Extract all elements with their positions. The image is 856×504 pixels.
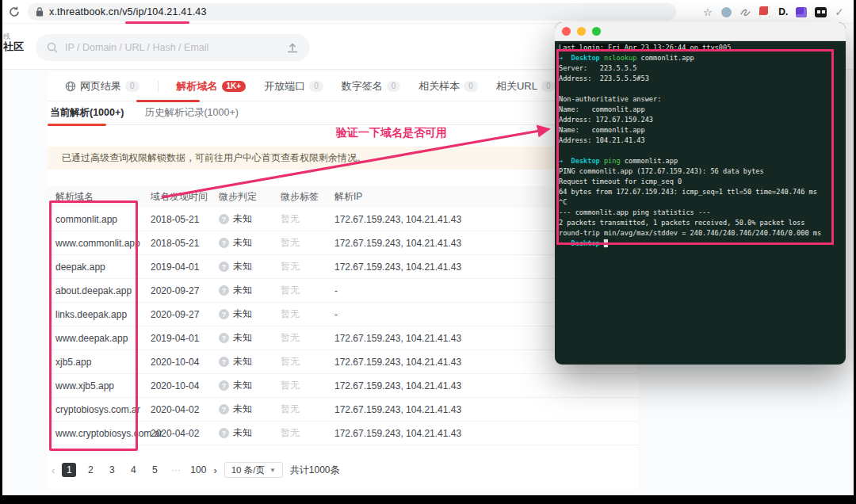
minimize-button[interactable]: [577, 27, 586, 36]
result-tabs: 网页结果 0 解析域名 1K+ 开放端口 0 数字签名 0 相关样本: [48, 71, 638, 101]
verdict-label: 未知: [233, 331, 252, 345]
question-circle-icon: ?: [219, 333, 229, 343]
verdict-cell: ?未知: [219, 212, 281, 226]
annotation-text: 验证一下域名是否可用: [336, 126, 447, 140]
page-buttons: 12345···100: [62, 463, 206, 477]
verdict-cell: ?未知: [219, 307, 281, 321]
subtab-history-resolution[interactable]: 历史解析记录(1000+): [144, 106, 238, 120]
chevron-down-icon: ▼: [269, 467, 276, 474]
page-button[interactable]: 1: [62, 463, 76, 477]
site-logo: 线 社区: [3, 33, 24, 52]
terminal-titlebar[interactable]: [555, 22, 846, 41]
close-button[interactable]: [562, 27, 571, 36]
tab-label: 网页结果: [80, 79, 121, 94]
verdict-label: 未知: [233, 284, 252, 297]
tab-resolved-domains[interactable]: 解析域名 1K+: [177, 79, 246, 94]
upload-icon[interactable]: [286, 42, 299, 54]
tab-divider: [158, 81, 159, 92]
page-button[interactable]: 100: [190, 463, 206, 477]
verdict-label: 未知: [233, 426, 252, 440]
maximize-button[interactable]: [592, 27, 601, 36]
table-header-cell: 微步判定: [219, 190, 281, 204]
tab-badge: 0: [464, 81, 478, 92]
tab-badge: 0: [541, 81, 556, 92]
question-circle-icon: ?: [219, 357, 229, 367]
annotation-domain-column-box: [49, 200, 138, 451]
verdict-label: 未知: [233, 212, 252, 226]
question-circle-icon: ?: [219, 380, 229, 391]
tag-cell: 暂无: [281, 236, 334, 250]
tab-badge: 0: [387, 81, 401, 92]
total-count: 共计1000条: [290, 464, 340, 477]
tab-label: 相关URL: [496, 79, 537, 94]
tag-cell: 暂无: [281, 403, 334, 416]
question-circle-icon: ?: [219, 262, 229, 272]
tag-cell: 暂无: [281, 307, 334, 321]
tab-related-samples[interactable]: 相关样本 0: [418, 79, 478, 94]
verdict-label: 未知: [233, 307, 252, 321]
table-header-cell: 域名发现时间: [151, 190, 219, 204]
url-text[interactable]: x.threatbook.cn/v5/ip/104.21.41.43: [49, 6, 207, 17]
extension-circle-icon[interactable]: [721, 7, 732, 17]
verdict-label: 未知: [233, 236, 252, 250]
search-input[interactable]: IP / Domain / URL / Hash / Email: [36, 34, 310, 61]
tag-cell: 暂无: [281, 212, 334, 226]
question-circle-icon: ?: [219, 428, 229, 438]
tab-label: 开放端口: [264, 79, 305, 94]
verdict-cell: ?未知: [219, 403, 281, 416]
resolved-ip-cell: 172.67.159.243, 104.21.41.43: [334, 380, 638, 391]
tab-related-url[interactable]: 相关URL 0: [496, 79, 556, 94]
browser-toolbar: x.threatbook.cn/v5/ip/104.21.41.43 ☆ D. …: [2, 0, 854, 24]
discovery-date-cell: 2020-04-02: [151, 428, 219, 439]
extension-purple-icon[interactable]: [796, 7, 807, 17]
tab-badge: 0: [309, 81, 323, 92]
page-button[interactable]: 2: [83, 463, 97, 477]
bookmark-star-icon[interactable]: ☆: [701, 6, 713, 18]
verdict-cell: ?未知: [219, 331, 281, 345]
tab-badge: 0: [125, 81, 139, 92]
address-bar[interactable]: x.threatbook.cn/v5/ip/104.21.41.43: [28, 3, 676, 21]
verdict-label: 未知: [233, 379, 252, 392]
verdict-cell: ?未知: [219, 426, 281, 440]
check-icon[interactable]: ✓: [835, 6, 844, 18]
page-button[interactable]: 4: [126, 463, 140, 477]
resolved-ip-cell: 172.67.159.243, 104.21.41.43: [334, 404, 638, 415]
tag-cell: 暂无: [281, 284, 334, 297]
extension-glasses-icon[interactable]: [815, 7, 827, 17]
verdict-cell: ?未知: [219, 284, 281, 297]
annotation-terminal-box: [556, 49, 834, 245]
tab-open-ports[interactable]: 开放端口 0: [264, 79, 323, 94]
extension-d-icon[interactable]: D.: [778, 6, 788, 17]
globe-icon: [65, 81, 76, 92]
tab-label: 相关样本: [418, 79, 460, 94]
resolution-subtabs: 当前解析(1000+) 历史解析记录(1000+): [48, 101, 638, 125]
tab-web-results[interactable]: 网页结果 0: [65, 79, 139, 94]
subtab-current-resolution[interactable]: 当前解析(1000+): [50, 106, 124, 120]
page-button[interactable]: 3: [105, 463, 119, 477]
discovery-date-cell: 2019-04-01: [151, 262, 219, 273]
discovery-date-cell: 2020-09-27: [151, 309, 219, 320]
page-ellipsis: ···: [169, 463, 183, 477]
tab-digital-signature[interactable]: 数字签名 0: [342, 79, 401, 94]
discovery-date-cell: 2018-05-21: [151, 214, 219, 225]
page-size-select[interactable]: 10 条/页 ▼: [224, 462, 283, 478]
verdict-cell: ?未知: [219, 379, 281, 392]
verdict-label: 未知: [233, 355, 252, 368]
prev-page-button[interactable]: ‹: [52, 464, 55, 476]
resolved-ip-cell: 172.67.159.243, 104.21.41.43: [334, 428, 638, 439]
page-button[interactable]: 5: [147, 463, 162, 477]
reload-icon[interactable]: [8, 6, 21, 18]
question-circle-icon: ?: [219, 214, 229, 224]
tag-cell: 暂无: [281, 331, 334, 345]
extension-scribble-icon[interactable]: [739, 6, 751, 18]
discovery-date-cell: 2019-04-01: [151, 333, 219, 344]
verdict-label: 未知: [233, 260, 252, 273]
next-page-button[interactable]: ›: [213, 464, 216, 476]
table-header-cell: 微步标签: [281, 190, 334, 204]
discovery-date-cell: 2020-10-04: [151, 357, 219, 368]
question-circle-icon: ?: [219, 309, 229, 319]
extension-red-icon[interactable]: [759, 6, 770, 17]
pagination: ‹ 12345···100 › 10 条/页 ▼ 共计1000条: [48, 462, 638, 478]
tag-cell: 暂无: [281, 260, 334, 273]
permission-notice: 已通过高级查询权限解锁数据，可前往用户中心首页查看权限剩余情况。: [48, 147, 638, 170]
